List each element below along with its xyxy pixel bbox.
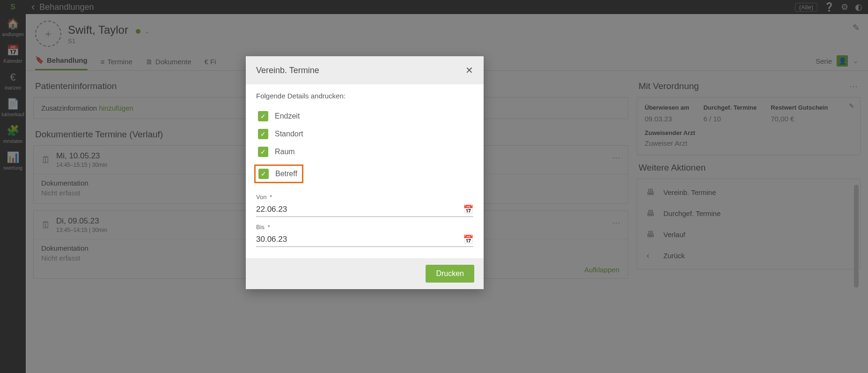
checkbox-row-endzeit: ✓ Endzeit	[256, 107, 473, 125]
close-icon[interactable]: ✕	[465, 65, 473, 76]
checkbox-label: Standort	[275, 130, 303, 138]
modal-subtitle: Folgende Details andrucken:	[256, 92, 473, 100]
modal-body: Folgende Details andrucken: ✓ Endzeit ✓ …	[246, 84, 484, 258]
checkbox-row-standort: ✓ Standort	[256, 125, 473, 143]
checkbox-endzeit[interactable]: ✓	[258, 111, 268, 121]
modal-title: Vereinb. Termine	[256, 66, 319, 75]
checkbox-label: Raum	[275, 148, 295, 156]
modal-vereinb-termine: Vereinb. Termine ✕ Folgende Details andr…	[246, 56, 484, 289]
checkbox-label: Endzeit	[275, 112, 300, 120]
checkbox-betreff[interactable]: ✓	[258, 169, 269, 179]
field-label-text: Von	[256, 194, 266, 201]
von-input[interactable]	[256, 205, 463, 214]
field-bis: Bis * 📅	[256, 224, 473, 247]
checkbox-row-raum: ✓ Raum	[256, 143, 473, 161]
field-label-text: Bis	[256, 224, 265, 231]
checkbox-raum[interactable]: ✓	[258, 147, 268, 157]
checkbox-row-betreff: ✓ Betreff	[256, 161, 473, 187]
highlight-box: ✓ Betreff	[254, 164, 303, 183]
required-mark: *	[268, 224, 270, 231]
bis-input[interactable]	[256, 235, 463, 244]
drucken-button[interactable]: Drucken	[426, 265, 474, 283]
checkbox-standort[interactable]: ✓	[258, 129, 268, 139]
calendar-picker-icon[interactable]: 📅	[463, 234, 473, 245]
field-von: Von * 📅	[256, 194, 473, 217]
required-mark: *	[270, 194, 272, 201]
modal-header: Vereinb. Termine ✕	[246, 56, 484, 84]
modal-footer: Drucken	[246, 258, 484, 289]
calendar-picker-icon[interactable]: 📅	[463, 204, 473, 215]
checkbox-label: Betreff	[275, 170, 297, 178]
